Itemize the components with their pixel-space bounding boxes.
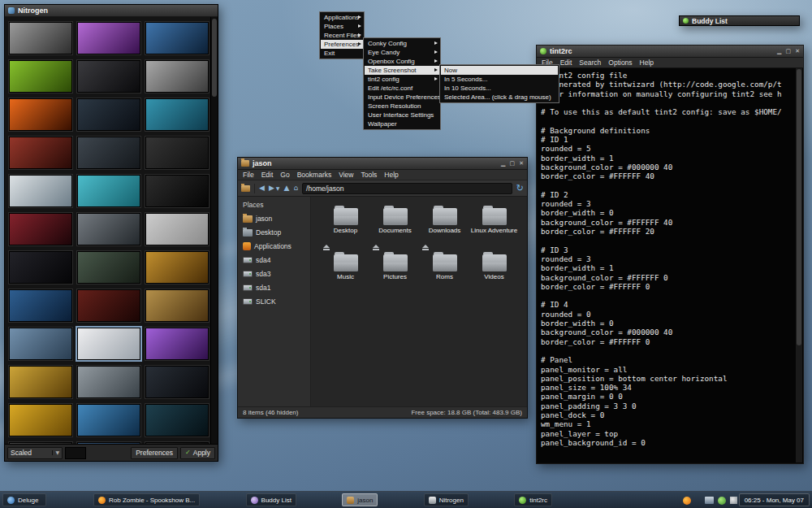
place-item[interactable]: sda3 <box>238 267 310 280</box>
close-button[interactable]: ✕ <box>795 49 800 54</box>
maximize-button[interactable]: ▢ <box>786 49 792 54</box>
close-button[interactable]: ✕ <box>519 161 524 167</box>
maximize-button[interactable]: ▢ <box>510 161 516 167</box>
path-bar[interactable]: /home/jason <box>302 183 512 194</box>
minimize-button[interactable]: ▁ <box>777 49 781 54</box>
menubar-item[interactable]: Tools <box>361 171 378 179</box>
wallpaper-thumbnail[interactable] <box>77 366 140 398</box>
wallpaper-thumbnail[interactable] <box>9 175 72 207</box>
wallpaper-thumbnail[interactable] <box>77 251 140 284</box>
place-item[interactable]: sda4 <box>238 253 310 267</box>
wallpaper-thumbnail[interactable] <box>145 60 209 93</box>
menubar-item[interactable]: Options <box>608 59 632 67</box>
nitrogen-scrollbar[interactable] <box>210 17 218 444</box>
menu-item[interactable]: Applications <box>321 13 363 22</box>
menu-item[interactable]: Take Screenshot <box>365 66 439 75</box>
wallpaper-thumbnail[interactable] <box>145 328 209 360</box>
preferences-button[interactable]: Preferences <box>131 447 178 459</box>
places-header[interactable]: Places <box>238 198 310 211</box>
menubar-item[interactable]: Search <box>579 59 601 67</box>
home-icon[interactable]: ⌂ <box>293 185 298 192</box>
wallpaper-thumbnail[interactable] <box>9 98 72 131</box>
menu-item[interactable]: Preferences <box>321 40 363 49</box>
taskbar-task[interactable]: Rob Zombie - Spookshow B... <box>93 493 200 506</box>
menu-item[interactable]: Input Device Preferences <box>365 93 439 102</box>
menu-item[interactable]: Recent Files <box>321 31 363 40</box>
taskbar-task[interactable]: Buddy List <box>246 493 296 506</box>
editor-text-area[interactable]: # Tint2 config file# Generated by tintwi… <box>538 68 796 462</box>
wallpaper-thumbnail[interactable] <box>9 22 72 54</box>
wallpaper-thumbnail[interactable] <box>77 22 140 54</box>
refresh-icon[interactable]: ↻ <box>516 184 524 193</box>
menubar-item[interactable]: Help <box>640 59 654 67</box>
menubar-item[interactable]: Help <box>384 171 398 179</box>
menubar-item[interactable]: Go <box>280 171 289 179</box>
wallpaper-thumbnail[interactable] <box>9 137 72 169</box>
folder-item[interactable]: Linux Adventure <box>469 205 519 251</box>
wallpaper-thumbnail[interactable] <box>145 251 209 284</box>
minimize-button[interactable]: ▁ <box>501 161 505 167</box>
taskbar-task-deluge[interactable]: Deluge <box>2 493 46 506</box>
editor-titlebar[interactable]: tint2rc ▁ ▢ ✕ <box>537 46 803 58</box>
wallpaper-thumbnail[interactable] <box>9 289 72 322</box>
folder-item[interactable]: Pictures <box>370 251 420 297</box>
folder-item[interactable]: Videos <box>469 251 519 297</box>
wallpaper-thumbnail[interactable] <box>77 60 140 93</box>
nitrogen-titlebar[interactable]: Nitrogen <box>5 5 218 17</box>
history-dropdown-icon[interactable]: ▼ <box>276 186 280 191</box>
place-item[interactable]: Desktop <box>238 225 310 239</box>
wallpaper-thumbnail[interactable] <box>77 98 140 131</box>
taskbar-task[interactable]: jason <box>342 493 378 506</box>
place-item[interactable]: SLICK <box>238 294 310 308</box>
place-item[interactable]: sda1 <box>238 280 310 294</box>
menu-item[interactable]: Now <box>441 66 558 75</box>
wallpaper-thumbnail[interactable] <box>9 366 72 398</box>
menu-item[interactable]: Exit <box>321 49 363 58</box>
menu-item[interactable]: Conky Config <box>365 39 439 48</box>
wallpaper-thumbnail[interactable] <box>77 175 140 207</box>
color-preview-box[interactable] <box>65 447 86 459</box>
menubar-item[interactable]: View <box>339 171 353 179</box>
wallpaper-thumbnail[interactable] <box>145 22 209 54</box>
forward-icon[interactable]: ▶ <box>269 185 274 192</box>
network-tray-icon[interactable] <box>705 497 714 504</box>
wallpaper-thumbnail[interactable] <box>9 60 72 93</box>
menu-item[interactable]: Openbox Config <box>365 57 439 66</box>
folder-item[interactable]: Music <box>321 251 370 297</box>
wallpaper-thumbnail[interactable] <box>145 366 209 398</box>
wallpaper-thumbnail[interactable] <box>77 404 140 436</box>
taskbar-task[interactable]: Nitrogen <box>424 493 469 506</box>
buddy-list-window[interactable]: Buddy List <box>679 15 800 26</box>
wallpaper-thumbnail[interactable] <box>77 213 140 245</box>
file-manager-titlebar[interactable]: jason ▁ ▢ ✕ <box>238 158 527 170</box>
back-icon[interactable]: ◀ <box>259 185 265 192</box>
menu-item[interactable]: Wallpaper <box>365 119 439 128</box>
menu-item[interactable]: Edit /etc/rc.conf <box>365 84 439 93</box>
menu-item[interactable]: Places <box>321 22 363 31</box>
up-icon[interactable]: ▲ <box>283 185 289 192</box>
audacious-tray-icon[interactable] <box>683 497 691 505</box>
editor-scrollbar[interactable] <box>796 68 802 462</box>
menubar-item[interactable]: Bookmarks <box>297 171 332 179</box>
new-tab-icon[interactable] <box>241 185 250 192</box>
menubar-item[interactable]: File <box>243 171 254 179</box>
menu-item[interactable]: Screen Resolution <box>365 102 439 111</box>
wallpaper-thumbnail[interactable] <box>9 251 72 284</box>
wallpaper-thumbnail[interactable] <box>9 404 72 436</box>
menu-item[interactable]: In 10 Seconds... <box>441 84 558 93</box>
tray-icon[interactable] <box>730 497 737 504</box>
menu-item[interactable]: In 5 Seconds... <box>441 75 558 84</box>
taskbar-task[interactable]: tint2rc <box>514 493 552 506</box>
wallpaper-thumbnail[interactable] <box>77 289 140 322</box>
wallpaper-thumbnail[interactable] <box>9 328 72 360</box>
menubar-item[interactable]: Edit <box>560 59 572 67</box>
file-list[interactable]: Desktop Documents Downloads Linux Advent… <box>311 197 527 406</box>
wallpaper-thumbnail[interactable] <box>77 328 140 360</box>
apply-button[interactable]: ✓ Apply <box>180 447 215 459</box>
menubar-item[interactable]: Edit <box>261 171 274 179</box>
folder-item[interactable]: Roms <box>420 251 469 297</box>
menu-item[interactable]: User Interface Settings <box>365 111 439 119</box>
wallpaper-thumbnail[interactable] <box>145 213 209 245</box>
volume-tray-icon[interactable] <box>718 497 726 505</box>
menu-item[interactable]: tint2 config <box>365 75 439 84</box>
